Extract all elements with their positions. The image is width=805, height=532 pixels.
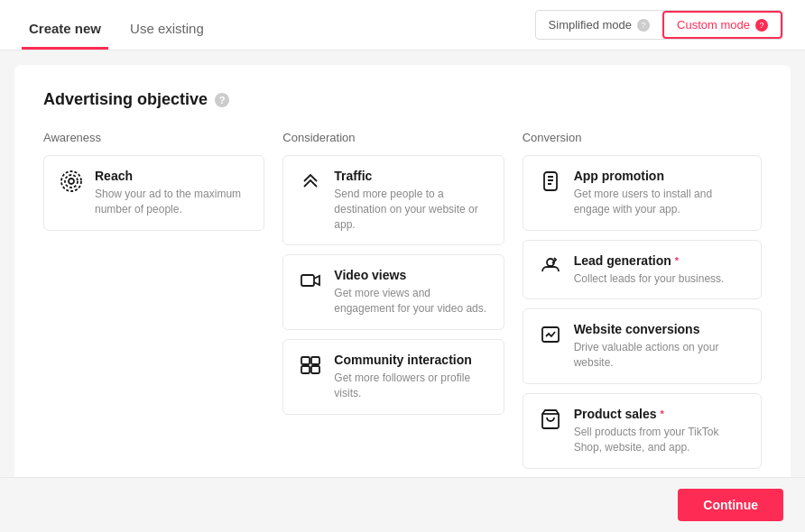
video-views-card[interactable]: Video views Get more views and engagemen… [282,254,504,330]
objectives-grid: Awareness Reach Show your ad to the maxi… [43,131,762,478]
community-interaction-name: Community interaction [334,353,488,367]
product-sales-text: Product sales* Sell products from your T… [574,407,746,455]
svg-point-1 [65,175,78,188]
custom-mode-label: Custom mode [677,18,750,32]
traffic-icon [298,169,323,194]
website-conversions-text: Website conversions Drive valuable actio… [574,322,746,371]
video-views-name: Video views [334,268,488,282]
website-conversions-desc: Drive valuable actions on your website. [574,340,746,371]
video-views-icon [298,268,323,293]
continue-button[interactable]: Continue [678,489,783,521]
video-views-text: Video views Get more views and engagemen… [334,268,488,316]
simplified-mode-label: Simplified mode [549,18,633,32]
reach-desc: Show your ad to the maximum number of pe… [95,187,249,217]
website-conversions-name: Website conversions [574,322,746,336]
product-sales-card[interactable]: Product sales* Sell products from your T… [523,393,762,469]
tab-create-new[interactable]: Create new [22,21,108,50]
lead-generation-text: Lead generation* Collect leads for your … [574,253,725,287]
product-sales-name: Product sales* [574,407,746,421]
community-interaction-card[interactable]: Community interaction Get more followers… [282,339,504,415]
community-interaction-desc: Get more followers or profile visits. [334,371,488,401]
lead-generation-card[interactable]: Lead generation* Collect leads for your … [523,240,762,300]
app-promotion-icon [538,169,563,194]
community-interaction-text: Community interaction Get more followers… [334,353,488,401]
simplified-mode-button[interactable]: Simplified mode ? [536,13,663,37]
reach-card[interactable]: Reach Show your ad to the maximum number… [43,155,264,231]
website-conversions-icon [538,322,563,347]
lead-generation-icon [538,253,563,279]
svg-rect-7 [311,366,319,373]
mode-toggle: Simplified mode ? Custom mode ? [535,10,783,40]
top-bar: Create new Use existing Simplified mode … [0,0,805,50]
svg-rect-5 [311,357,319,364]
community-interaction-icon [298,353,323,378]
awareness-column-title: Awareness [43,131,264,144]
consideration-column: Consideration Traffic Send more people t… [282,131,522,478]
section-title: Advertising objective ? [43,90,762,109]
svg-rect-8 [544,172,557,190]
app-promotion-name: App promotion [574,169,746,183]
reach-text: Reach Show your ad to the maximum number… [95,169,249,217]
info-icon[interactable]: ? [215,93,229,107]
reach-name: Reach [95,169,249,183]
video-views-desc: Get more views and engagement for your v… [334,286,488,316]
app-promotion-desc: Get more users to install and engage wit… [574,187,746,217]
traffic-desc: Send more people to a destination on you… [334,187,488,232]
svg-rect-3 [301,275,314,286]
product-sales-desc: Sell products from your TikTok Shop, web… [574,425,746,455]
app-promotion-text: App promotion Get more users to install … [574,169,746,217]
conversion-column: Conversion App promotion Get more users … [523,131,762,478]
custom-mode-button[interactable]: Custom mode ? [662,11,782,39]
product-sales-icon [538,407,563,432]
tabs: Create new Use existing [22,0,226,50]
traffic-card[interactable]: Traffic Send more people to a destinatio… [282,155,504,245]
svg-point-0 [69,179,74,184]
product-new-badge: * [660,408,663,419]
lead-generation-name: Lead generation* [574,253,725,268]
traffic-text: Traffic Send more people to a destinatio… [334,169,488,232]
footer-bar: Continue [0,477,805,532]
traffic-name: Traffic [334,169,488,183]
advertising-objective-title: Advertising objective [43,90,208,109]
svg-rect-6 [301,366,310,373]
svg-rect-4 [301,357,310,364]
lead-generation-desc: Collect leads for your business. [574,271,725,287]
reach-icon [59,169,84,194]
conversion-column-title: Conversion [523,131,762,144]
consideration-column-title: Consideration [282,131,504,144]
website-conversions-card[interactable]: Website conversions Drive valuable actio… [523,308,762,384]
simplified-mode-icon: ? [637,19,650,32]
main-content: Advertising objective ? Awareness Reach … [14,65,791,503]
tab-use-existing[interactable]: Use existing [123,21,211,50]
lead-new-badge: * [675,255,679,266]
custom-mode-icon: ? [755,19,768,32]
app-promotion-card[interactable]: App promotion Get more users to install … [523,155,762,231]
awareness-column: Awareness Reach Show your ad to the maxi… [43,131,282,478]
